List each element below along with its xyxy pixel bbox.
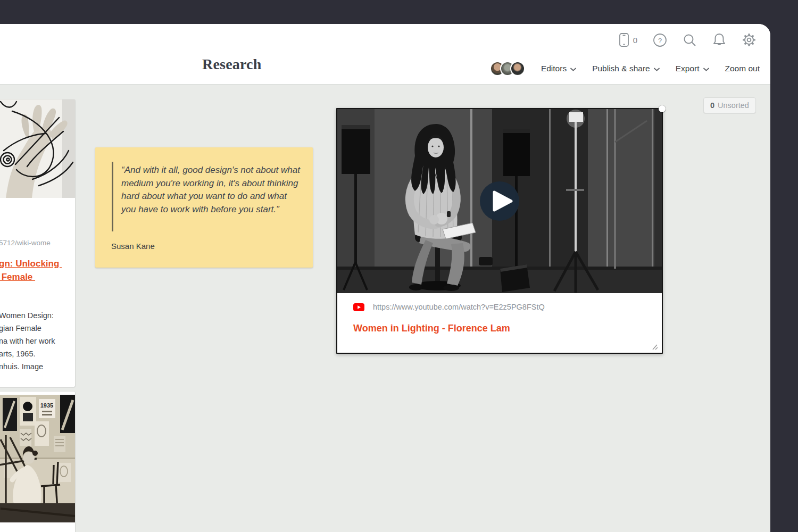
chevron-down-icon xyxy=(570,68,576,71)
toolbar-icon-row: 0 ? xyxy=(618,32,757,47)
quote-bar xyxy=(112,162,113,231)
youtube-icon xyxy=(353,303,364,311)
mobile-preview-button[interactable]: 0 xyxy=(618,32,637,47)
settings-icon xyxy=(742,32,757,47)
quote-text: “And with it all, good design's not abou… xyxy=(121,164,301,216)
board-canvas[interactable]: 0 Unsorted xyxy=(0,85,770,532)
poster-year: 1935 xyxy=(40,402,53,409)
workshop-photo: 1935 xyxy=(0,395,75,522)
board-menu-row: Editors Publish & share Export Zoom out xyxy=(490,60,760,77)
publish-share-menu[interactable]: Publish & share xyxy=(592,64,660,73)
avatar[interactable] xyxy=(510,61,525,76)
chevron-down-icon xyxy=(703,68,709,71)
quote-note-card[interactable]: “And with it all, good design's not abou… xyxy=(95,147,313,268)
svg-text:?: ? xyxy=(658,36,662,44)
board-title[interactable]: Research xyxy=(202,56,262,73)
video-url[interactable]: https://www.youtube.com/watch?v=E2z5PG8F… xyxy=(373,303,545,311)
export-menu[interactable]: Export xyxy=(676,64,709,73)
link-card[interactable]: 5712/wiki-wome gn: Unlocking Female Wome… xyxy=(0,99,75,387)
resize-handle-icon[interactable] xyxy=(651,344,658,350)
video-thumbnail xyxy=(337,109,662,293)
notifications-icon xyxy=(712,32,726,47)
unsorted-label: Unsorted xyxy=(718,101,749,110)
settings-button[interactable] xyxy=(742,32,757,47)
video-url-row: https://www.youtube.com/watch?v=E2z5PG8F… xyxy=(353,303,545,311)
board-header: Research 0 ? xyxy=(0,24,770,85)
mobile-count: 0 xyxy=(633,36,637,45)
link-title[interactable]: gn: Unlocking Female xyxy=(0,257,62,284)
selection-handle[interactable] xyxy=(659,105,666,112)
unsorted-badge[interactable]: 0 Unsorted xyxy=(703,97,756,113)
zoom-out-button[interactable]: Zoom out xyxy=(725,64,760,73)
help-icon: ? xyxy=(653,33,667,47)
poster-photo-card[interactable]: 1935 xyxy=(0,392,75,532)
play-button[interactable] xyxy=(480,181,519,221)
editor-avatars[interactable] xyxy=(490,61,525,76)
search-button[interactable] xyxy=(683,33,697,47)
editors-menu[interactable]: Editors xyxy=(541,64,576,73)
hand-wire-photo xyxy=(0,99,75,198)
chevron-down-icon xyxy=(654,68,660,71)
unsorted-count: 0 xyxy=(710,101,714,110)
help-button[interactable]: ? xyxy=(653,33,667,47)
search-icon xyxy=(683,33,697,47)
notifications-button[interactable] xyxy=(712,32,726,47)
video-card[interactable]: https://www.youtube.com/watch?v=E2z5PG8F… xyxy=(336,108,663,354)
app-window: Research 0 ? xyxy=(0,24,770,532)
video-title[interactable]: Women in Lighting - Florence Lam xyxy=(353,323,510,334)
link-description: Women Design: gian Female na with her wo… xyxy=(0,309,55,373)
quote-author: Susan Kane xyxy=(111,242,155,251)
mobile-icon xyxy=(618,32,630,47)
link-url-fragment: 5712/wiki-wome xyxy=(0,239,51,247)
